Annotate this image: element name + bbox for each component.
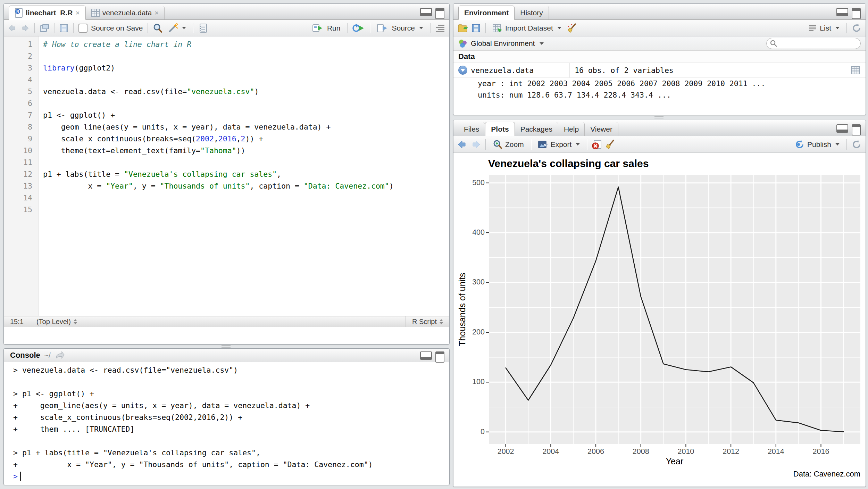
code-line: 7p1 <- ggplot() + <box>4 109 449 121</box>
list-label: List <box>820 24 831 32</box>
horizontal-splitter[interactable] <box>654 116 663 119</box>
run-label: Run <box>327 24 341 32</box>
refresh-icon[interactable] <box>852 23 861 33</box>
spinner-arrows-icon <box>440 319 443 324</box>
tab-close-icon[interactable]: × <box>75 6 80 19</box>
environment-object-row[interactable]: venezuela.data 16 obs. of 2 variables <box>453 63 866 78</box>
compile-notebook-icon[interactable] <box>198 23 207 33</box>
tab-venezuela-data[interactable]: venezuela.data × <box>86 6 165 19</box>
console-line: > venezuela.data <- read.csv(file="venez… <box>13 364 449 376</box>
plots-pane: Files Plots Packages Help Viewer <box>453 120 866 487</box>
line-chart <box>453 153 865 487</box>
environment-scope-row: Global Environment <box>453 36 866 51</box>
scope-indicator[interactable]: (Top Level) <box>30 316 83 327</box>
list-view-button[interactable]: List <box>807 23 842 34</box>
maximize-pane-icon[interactable] <box>435 8 444 19</box>
tab-history[interactable]: History <box>515 6 549 19</box>
tab-viewer[interactable]: Viewer <box>585 122 618 136</box>
chevron-down-icon[interactable] <box>540 42 544 45</box>
code-tools-button[interactable] <box>166 22 188 34</box>
code-line: 9 scale_x_continuous(breaks=seq(2002,201… <box>4 133 449 145</box>
console-prompt[interactable]: > <box>13 471 449 482</box>
chevron-down-icon <box>835 143 840 146</box>
x-tick-label: 2010 <box>678 447 694 456</box>
open-in-window-icon[interactable] <box>40 24 49 33</box>
publish-label: Publish <box>807 140 831 149</box>
search-icon[interactable] <box>153 23 162 33</box>
clear-plots-broom-icon[interactable] <box>605 140 615 149</box>
rerun-icon[interactable] <box>352 24 365 33</box>
tab-close-icon[interactable]: × <box>155 6 159 19</box>
minimize-pane-icon[interactable] <box>420 351 432 360</box>
search-icon <box>770 40 777 47</box>
run-button[interactable]: Run <box>310 22 343 34</box>
tab-plots[interactable]: Plots <box>485 122 515 136</box>
next-plot-icon[interactable] <box>471 140 481 149</box>
save-icon[interactable] <box>59 24 68 33</box>
code-line: 10 theme(text=element_text(family="Tahom… <box>4 145 449 157</box>
object-detail: units: num 128.6 63.7 134.4 228.4 343.4 … <box>453 89 866 101</box>
horizontal-splitter[interactable] <box>222 345 231 348</box>
export-plot-button[interactable]: Export <box>536 139 582 150</box>
chevron-down-icon <box>419 27 423 29</box>
chevron-down-icon <box>182 27 186 29</box>
tab-linechart-file[interactable]: R linechart_R.R × <box>9 6 86 20</box>
remove-plot-icon[interactable] <box>592 140 602 149</box>
tab-packages[interactable]: Packages <box>515 122 558 136</box>
console-output[interactable]: > venezuela.data <- read.csv(file="venez… <box>4 362 449 482</box>
open-folder-arrow-icon[interactable] <box>55 351 65 359</box>
environment-search-input[interactable] <box>766 38 861 49</box>
back-icon[interactable] <box>8 24 17 32</box>
forward-icon[interactable] <box>20 24 30 32</box>
code-line: 4 <box>4 74 449 86</box>
environment-tabbar: Environment History <box>453 4 866 20</box>
document-outline-icon[interactable] <box>435 24 445 32</box>
export-icon <box>538 140 548 149</box>
spinner-arrows-icon <box>74 319 77 324</box>
x-tick-label: 2014 <box>768 447 784 456</box>
refresh-icon[interactable] <box>852 140 861 149</box>
code-line: 3library(ggplot2) <box>4 62 449 74</box>
tab-files[interactable]: Files <box>458 122 485 136</box>
code-line: 8 geom_line(aes(y = units, x = year), da… <box>4 121 449 133</box>
run-icon <box>312 24 324 33</box>
minimize-pane-icon[interactable] <box>420 8 432 16</box>
tab-help[interactable]: Help <box>558 122 585 136</box>
view-data-grid-icon[interactable] <box>851 66 860 74</box>
maximize-pane-icon[interactable] <box>435 351 444 363</box>
plots-toolbar: Zoom Export <box>453 136 866 153</box>
minimize-pane-icon[interactable] <box>836 8 848 16</box>
scope-selector[interactable]: Global Environment <box>471 39 535 48</box>
tab-environment[interactable]: Environment <box>458 6 515 20</box>
console-line <box>13 376 449 388</box>
broom-icon[interactable] <box>567 23 577 33</box>
code-line: 1# How to create a line chart in R <box>4 39 449 50</box>
zoom-magnifier-icon <box>493 140 502 149</box>
environment-toolbar: Import Dataset List <box>453 20 866 36</box>
console-line: > p1 + labs(title = "Venezuela's collaps… <box>13 447 449 459</box>
chart-x-axis-label: Year <box>666 456 684 466</box>
previous-plot-icon[interactable] <box>458 140 467 149</box>
tab-label: linechart_R.R <box>26 6 73 19</box>
chevron-down-icon <box>835 27 840 29</box>
import-dataset-button[interactable]: Import Dataset <box>491 22 564 34</box>
maximize-pane-icon[interactable] <box>852 8 861 19</box>
x-tick-label: 2016 <box>813 447 829 456</box>
maximize-pane-icon[interactable] <box>852 124 861 135</box>
source-button[interactable]: Source <box>375 22 425 34</box>
code-editor[interactable]: 1# How to create a line chart in R23libr… <box>4 36 449 316</box>
console-title: Console <box>10 351 40 360</box>
source-on-save-checkbox[interactable] <box>78 24 87 33</box>
console-line <box>13 435 449 447</box>
zoom-plot-button[interactable]: Zoom <box>491 138 526 151</box>
minimize-pane-icon[interactable] <box>836 124 848 133</box>
publish-button[interactable]: Publish <box>793 138 842 151</box>
file-type-indicator[interactable]: R Script <box>406 316 449 327</box>
collapse-object-icon[interactable] <box>458 66 467 75</box>
x-tick-label: 2012 <box>723 447 739 456</box>
save-icon[interactable] <box>471 24 481 33</box>
chart-title: Venezuela's collapsing car sales <box>488 158 649 169</box>
object-summary: 16 obs. of 2 variables <box>570 66 851 75</box>
y-tick-label: 200 <box>457 328 485 337</box>
open-folder-icon[interactable] <box>458 24 468 33</box>
